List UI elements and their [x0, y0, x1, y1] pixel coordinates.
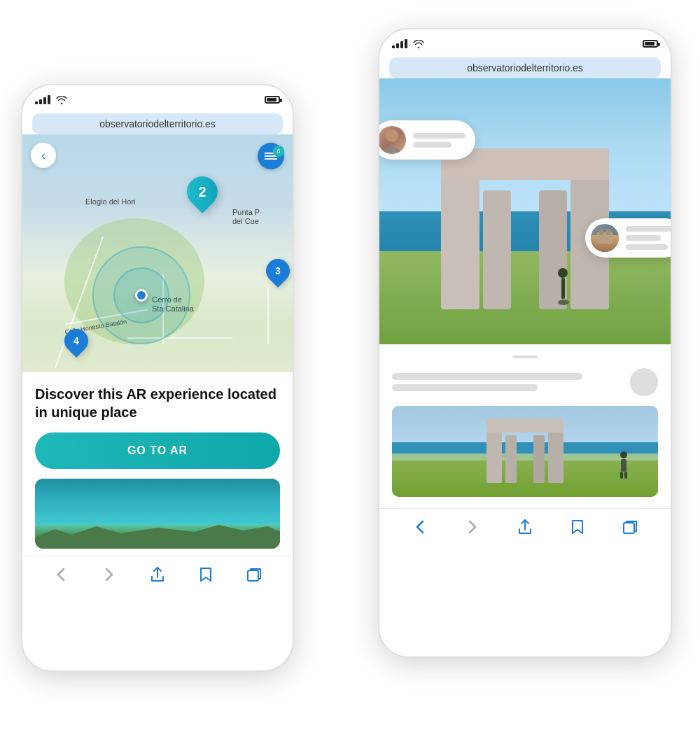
person-face-icon [382, 128, 402, 153]
rocks [35, 521, 280, 549]
signal-icon [35, 95, 67, 104]
map-label-punta2: del Cue [232, 217, 259, 225]
svg-rect-21 [624, 472, 627, 479]
browser-back-right[interactable] [409, 516, 431, 538]
svg-rect-0 [248, 570, 258, 581]
bubble-line-4 [626, 235, 661, 241]
svg-point-18 [620, 451, 627, 458]
person-silhouette-icon [617, 451, 630, 479]
browser-forward-right[interactable] [461, 516, 484, 538]
status-bar-right [379, 29, 671, 55]
browser-back-left[interactable] [50, 563, 72, 586]
card-header [392, 368, 658, 396]
card-monument-arch [483, 406, 567, 483]
bubble-line-3 [626, 226, 671, 232]
right-phone: observatoriodelterritorio.es [378, 28, 672, 658]
svg-rect-19 [621, 459, 626, 472]
signal-icon-right [392, 39, 424, 48]
bubble-lines-2 [626, 226, 671, 250]
status-bar-left [22, 85, 293, 111]
avatar-2 [591, 224, 619, 252]
wifi-icon-right [413, 40, 424, 48]
svg-rect-20 [620, 472, 623, 479]
go-ar-button[interactable]: GO TO AR [35, 432, 280, 469]
svg-rect-11 [599, 230, 603, 235]
map-pin-3[interactable]: 3 [266, 259, 290, 288]
menu-badge: 6 [273, 146, 284, 157]
avatar-1 [379, 126, 406, 154]
browser-bookmark-right[interactable] [566, 516, 589, 538]
map-pin-4[interactable]: 4 [64, 329, 88, 358]
building-icon [594, 230, 616, 244]
location-dot [135, 289, 148, 302]
svg-point-6 [558, 300, 569, 305]
right-card [379, 344, 671, 508]
ar-title: Discover this AR experience located in u… [35, 385, 280, 421]
svg-point-8 [558, 268, 568, 278]
bubble-line-5 [626, 244, 668, 250]
svg-rect-12 [606, 230, 610, 235]
map-label-punta: Punta P [232, 208, 260, 216]
coastal-image [35, 479, 280, 549]
browser-tabs-left[interactable] [243, 563, 265, 586]
svg-rect-22 [624, 523, 634, 533]
road-5 [267, 288, 269, 344]
user-bubble-1 [379, 120, 475, 160]
browser-share-right[interactable] [514, 516, 536, 538]
card-line-1 [392, 373, 582, 380]
browser-forward-left[interactable] [98, 563, 120, 586]
svg-rect-16 [505, 435, 517, 483]
map-area: Elogio del Hori Punta P del Cue Cerro de… [22, 134, 293, 372]
browser-bookmark-left[interactable] [195, 563, 217, 586]
card-circle [630, 368, 658, 396]
bubble-lines-1 [413, 133, 465, 148]
card-handle [512, 356, 538, 358]
card-line-2 [392, 384, 538, 391]
card-person [617, 451, 630, 481]
url-bar-left[interactable]: observatoriodelterritorio.es [32, 113, 283, 134]
svg-point-9 [386, 129, 398, 142]
map-back-button[interactable]: ‹ [31, 143, 56, 168]
map-pin-2[interactable]: 2 [187, 176, 218, 213]
browser-bar-left [22, 556, 293, 597]
right-image-area [379, 78, 671, 344]
svg-rect-4 [483, 190, 511, 309]
svg-rect-17 [533, 435, 545, 483]
map-label-elogio: Elogio del Hori [85, 197, 136, 206]
map-menu-button[interactable]: 6 [258, 143, 284, 169]
monument-card-photo [392, 406, 658, 497]
card-text-lines [392, 373, 616, 391]
browser-share-left[interactable] [146, 563, 169, 586]
svg-rect-15 [486, 418, 564, 432]
battery-icon [265, 96, 280, 104]
user-bubble-2 [585, 218, 671, 258]
browser-bar-right [379, 508, 671, 549]
svg-rect-7 [561, 278, 565, 299]
wifi-icon [56, 96, 67, 104]
battery-icon-right [643, 40, 658, 48]
left-phone-content: Discover this AR experience located in u… [22, 372, 293, 556]
browser-tabs-right[interactable] [619, 516, 641, 538]
left-phone: observatoriodelterritorio.es Elogio del … [21, 84, 294, 672]
url-bar-right[interactable]: observatoriodelterritorio.es [389, 57, 661, 78]
bubble-line-2 [413, 142, 451, 148]
bubble-line-1 [413, 133, 465, 139]
